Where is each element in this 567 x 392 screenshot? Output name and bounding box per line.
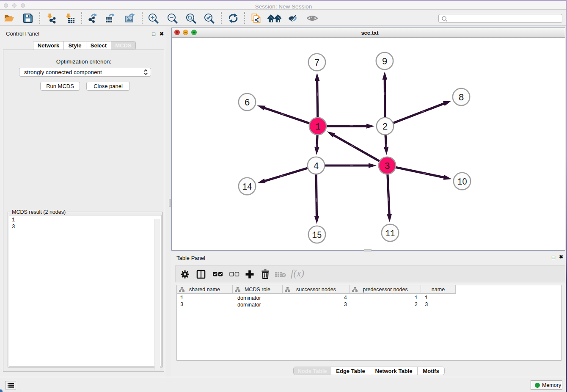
- svg-text:1: 1: [315, 122, 320, 133]
- svg-text:7: 7: [314, 58, 319, 69]
- svg-text:6: 6: [244, 98, 250, 108]
- svg-text:10: 10: [457, 176, 467, 188]
- svg-text:9: 9: [382, 57, 387, 67]
- svg-text:4: 4: [313, 161, 319, 172]
- svg-text:3: 3: [384, 161, 390, 172]
- svg-text:8: 8: [458, 93, 464, 103]
- svg-text:11: 11: [385, 229, 395, 239]
- svg-text:14: 14: [242, 182, 252, 193]
- svg-text:15: 15: [312, 230, 322, 241]
- svg-text:2: 2: [382, 122, 388, 133]
